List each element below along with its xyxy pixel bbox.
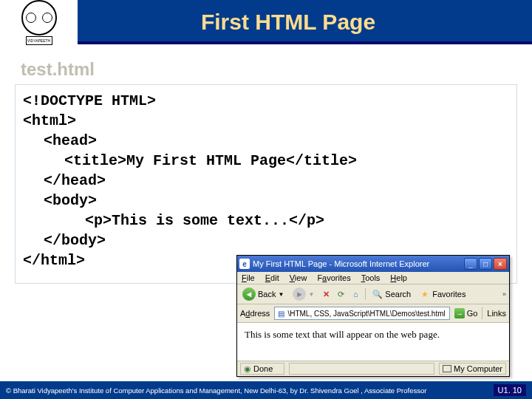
menu-file[interactable]: FFileile: [242, 273, 255, 282]
menu-view[interactable]: View: [290, 273, 307, 282]
browser-titlebar[interactable]: e My First HTML Page - Microsoft Interne…: [237, 256, 509, 272]
menu-tools[interactable]: Tools: [361, 273, 381, 282]
browser-menubar: FFileile Edit View Favorites Tools Help: [237, 272, 509, 284]
search-icon: 🔍: [372, 289, 383, 299]
code-line: </head>: [23, 171, 509, 191]
code-line: </body>: [23, 231, 509, 250]
browser-content: This is some text that will appear on th…: [237, 323, 509, 361]
go-arrow-icon: →: [454, 308, 465, 318]
browser-title: My First HTML Page - Microsoft Internet …: [253, 259, 464, 268]
toolbar-overflow[interactable]: »: [502, 290, 506, 298]
logo-area: VIDYAPEETH: [0, 0, 78, 44]
ie-logo-icon: e: [239, 259, 250, 269]
address-input[interactable]: ▤ \HTML, CSS, JavaScript\HTML\Demos\test…: [274, 307, 449, 320]
star-icon: ★: [420, 289, 430, 299]
footer-copyright: © Bharati Vidyapeeth's Institute of Comp…: [6, 386, 494, 395]
menu-favorites[interactable]: Favorites: [317, 273, 350, 282]
browser-statusbar: ◉ Done My Computer: [237, 361, 509, 376]
code-block: <!DOCTYPE HTML> <html> <head> <title>My …: [15, 84, 517, 284]
code-line: <title>My First HTML Page</title>: [23, 151, 509, 171]
refresh-icon[interactable]: ⟳: [335, 289, 346, 299]
slide-footer: © Bharati Vidyapeeth's Institute of Comp…: [0, 381, 532, 399]
browser-addressbar: Address ▤ \HTML, CSS, JavaScript\HTML\De…: [237, 304, 509, 323]
slide-header: VIDYAPEETH First HTML Page: [0, 0, 532, 44]
computer-icon: [443, 365, 451, 372]
maximize-button[interactable]: □: [479, 258, 492, 270]
favorites-button[interactable]: ★Favorites: [417, 288, 468, 300]
go-button[interactable]: →Go: [454, 308, 478, 318]
code-filename: test.html: [21, 59, 532, 80]
code-line: <!DOCTYPE HTML>: [23, 91, 509, 111]
back-button[interactable]: ◄Back▼: [240, 287, 286, 301]
address-path: \HTML, CSS, JavaScript\HTML\Demos\test.h…: [287, 310, 445, 318]
status-done: Done: [253, 364, 273, 373]
globe-icon: ◉: [244, 364, 251, 374]
html-file-icon: ▤: [278, 310, 284, 318]
forward-arrow-icon: ►: [293, 287, 306, 301]
menu-help[interactable]: Help: [390, 273, 407, 282]
links-button[interactable]: Links: [487, 309, 506, 318]
home-icon[interactable]: ⌂: [350, 289, 361, 299]
menu-edit[interactable]: Edit: [265, 273, 279, 282]
browser-window: e My First HTML Page - Microsoft Interne…: [236, 255, 510, 377]
back-arrow-icon: ◄: [242, 287, 256, 301]
address-label: Address: [240, 309, 270, 318]
dropdown-icon[interactable]: ▼: [449, 310, 450, 317]
code-line: <p>This is some text...</p>: [23, 211, 509, 231]
forward-button[interactable]: ►▼: [290, 287, 316, 301]
page-text: This is some text that will appear on th…: [245, 329, 440, 340]
stop-icon[interactable]: ✕: [321, 289, 331, 299]
slide-title: First HTML Page: [0, 0, 532, 44]
close-button[interactable]: ×: [494, 258, 507, 270]
code-line: <body>: [23, 191, 509, 211]
code-line: <html>: [23, 111, 509, 131]
slide-number: U1. 10: [494, 384, 526, 396]
minimize-button[interactable]: _: [464, 258, 477, 270]
code-line: <head>: [23, 131, 509, 151]
logo-emblem-icon: [21, 0, 57, 35]
browser-toolbar: ◄Back▼ ►▼ ✕ ⟳ ⌂ 🔍Search ★Favorites »: [237, 284, 509, 304]
search-button[interactable]: 🔍Search: [370, 288, 413, 300]
logo-banner-icon: VIDYAPEETH: [26, 36, 52, 45]
status-zone: My Computer: [454, 364, 502, 373]
